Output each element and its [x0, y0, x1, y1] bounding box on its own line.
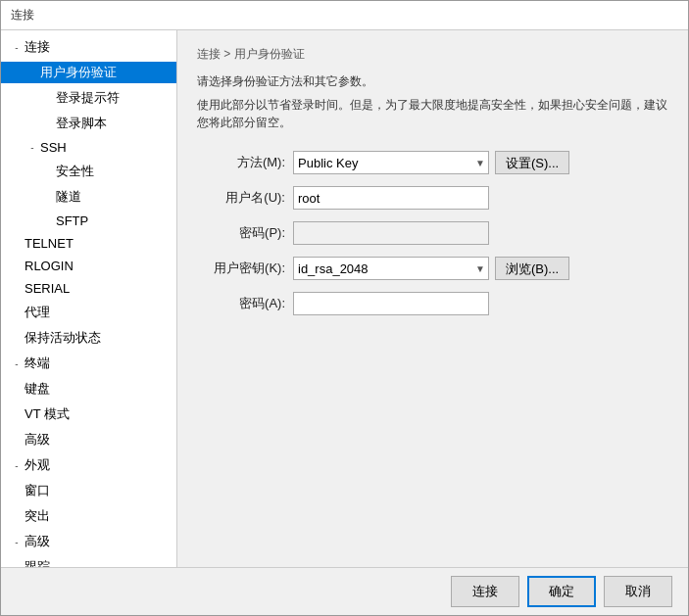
sidebar-item-user-auth[interactable]: 用户身份验证 [1, 60, 176, 85]
sidebar-item-sftp[interactable]: SFTP [1, 210, 176, 232]
sidebar-label-ssh: SSH [40, 140, 67, 155]
connect-button[interactable]: 连接 [451, 576, 519, 607]
sidebar-label-keepalive: 保持活动状态 [25, 329, 101, 347]
password-row: 密码(P): [197, 221, 668, 245]
expand-icon-appearance: - [9, 460, 25, 471]
sidebar-label-vt-mode: VT 模式 [25, 405, 70, 423]
sidebar-item-vt-mode[interactable]: VT 模式 [1, 402, 176, 427]
passphrase-input[interactable] [293, 292, 489, 315]
sidebar-item-advanced-terminal[interactable]: 高级 [1, 427, 176, 452]
sidebar-label-proxy: 代理 [25, 304, 50, 321]
method-control-wrap: Public Key Password Keyboard Interactive… [293, 151, 668, 174]
sidebar-label-connection: 连接 [25, 38, 50, 56]
sidebar-item-terminal[interactable]: - 终端 [1, 351, 176, 376]
sidebar-item-proxy[interactable]: 代理 [1, 300, 176, 325]
sidebar-label-telnet: TELNET [25, 236, 74, 251]
sidebar-item-rlogin[interactable]: RLOGIN [1, 255, 176, 277]
expand-icon-advanced: - [9, 537, 25, 547]
sidebar-item-keepalive[interactable]: 保持活动状态 [1, 325, 176, 351]
expand-icon-ssh: - [25, 142, 40, 153]
browse-button[interactable]: 浏览(B)... [495, 257, 569, 280]
expand-icon-terminal: - [9, 358, 25, 369]
username-row: 用户名(U): [197, 186, 668, 210]
password-control-wrap [293, 221, 668, 245]
sidebar-label-login-prompt: 登录提示符 [56, 89, 120, 107]
expand-icon-connection: - [9, 42, 25, 53]
sidebar-item-ssh[interactable]: - SSH [1, 136, 176, 159]
sidebar-item-advanced[interactable]: - 高级 [1, 529, 176, 554]
sidebar-item-telnet[interactable]: TELNET [1, 232, 176, 255]
sidebar-item-login-script[interactable]: 登录脚本 [1, 111, 176, 136]
passphrase-label: 密码(A): [197, 295, 285, 312]
sidebar-label-terminal: 终端 [25, 355, 50, 372]
desc1: 请选择身份验证方法和其它参数。 [197, 72, 668, 90]
sidebar-item-security[interactable]: 安全性 [1, 159, 176, 184]
passphrase-control-wrap [293, 292, 668, 315]
form-area: 方法(M): Public Key Password Keyboard Inte… [197, 151, 668, 315]
main-content: 连接 > 用户身份验证 请选择身份验证方法和其它参数。 使用此部分以节省登录时间… [177, 30, 688, 567]
sidebar-label-trace: 跟踪 [25, 558, 50, 567]
method-row: 方法(M): Public Key Password Keyboard Inte… [197, 151, 668, 174]
username-label: 用户名(U): [197, 189, 285, 207]
sidebar-label-login-script: 登录脚本 [56, 115, 107, 132]
sidebar-label-highlight: 突出 [25, 507, 50, 525]
sidebar-label-advanced-terminal: 高级 [25, 431, 50, 449]
ok-button[interactable]: 确定 [527, 576, 596, 607]
sidebar-item-window[interactable]: 窗口 [1, 478, 176, 503]
cancel-button[interactable]: 取消 [604, 576, 672, 607]
user-key-select[interactable]: id_rsa_2048 [293, 257, 489, 280]
method-label: 方法(M): [197, 154, 285, 171]
sidebar-label-user-auth: 用户身份验证 [40, 64, 117, 81]
user-key-label: 用户密钥(K): [197, 260, 285, 277]
sidebar-item-tunnel[interactable]: 隧道 [1, 184, 176, 210]
sidebar-label-sftp: SFTP [56, 213, 88, 228]
sidebar-label-window: 窗口 [25, 482, 50, 499]
method-select-wrap: Public Key Password Keyboard Interactive… [293, 151, 489, 174]
desc2: 使用此部分以节省登录时间。但是，为了最大限度地提高安全性，如果担心安全问题，建议… [197, 96, 668, 131]
sidebar-item-login-prompt[interactable]: 登录提示符 [1, 85, 176, 111]
sidebar-item-connection[interactable]: - 连接 [1, 34, 176, 60]
dialog-title: 连接 [11, 8, 34, 22]
sidebar-label-keyboard: 键盘 [25, 380, 50, 398]
sidebar-label-advanced: 高级 [25, 533, 50, 550]
user-key-control-wrap: id_rsa_2048 ▼ 浏览(B)... [293, 257, 668, 280]
sidebar-label-tunnel: 隧道 [56, 188, 81, 206]
sidebar-label-security: 安全性 [56, 163, 94, 180]
dialog-footer: 连接 确定 取消 [1, 567, 688, 615]
sidebar-label-rlogin: RLOGIN [25, 259, 74, 273]
dialog-body: - 连接 用户身份验证 登录提示符 登录脚本 [1, 30, 688, 567]
sidebar-item-serial[interactable]: SERIAL [1, 277, 176, 300]
user-key-row: 用户密钥(K): id_rsa_2048 ▼ 浏览(B)... [197, 257, 668, 280]
sidebar-item-highlight[interactable]: 突出 [1, 503, 176, 529]
sidebar-label-serial: SERIAL [25, 281, 70, 296]
password-label: 密码(P): [197, 224, 285, 242]
breadcrumb: 连接 > 用户身份验证 [197, 46, 668, 63]
password-input[interactable] [293, 221, 489, 245]
dialog-titlebar: 连接 [1, 1, 688, 30]
sidebar-item-trace[interactable]: 跟踪 [1, 554, 176, 567]
sidebar-label-appearance: 外观 [25, 456, 50, 474]
settings-button[interactable]: 设置(S)... [495, 151, 569, 174]
sidebar: - 连接 用户身份验证 登录提示符 登录脚本 [1, 30, 177, 567]
passphrase-row: 密码(A): [197, 292, 668, 315]
sidebar-item-appearance[interactable]: - 外观 [1, 452, 176, 478]
username-control-wrap [293, 186, 668, 210]
user-key-select-wrap: id_rsa_2048 ▼ [293, 257, 489, 280]
sidebar-item-keyboard[interactable]: 键盘 [1, 376, 176, 402]
method-select[interactable]: Public Key Password Keyboard Interactive [293, 151, 489, 174]
dialog: 连接 - 连接 用户身份验证 登录提示符 [0, 0, 689, 616]
username-input[interactable] [293, 186, 489, 210]
